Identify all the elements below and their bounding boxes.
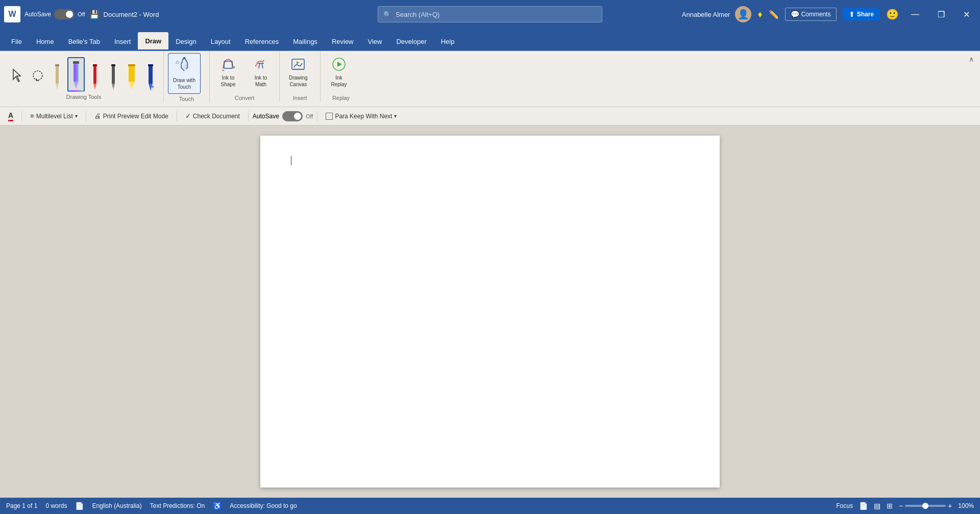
svg-rect-17 [129, 65, 135, 82]
svg-point-23 [183, 57, 185, 59]
maximize-button[interactable]: ❐ [932, 0, 951, 29]
close-button[interactable]: ✕ [957, 0, 976, 29]
svg-rect-19 [128, 64, 135, 66]
zoom-level[interactable]: 100% [958, 502, 974, 509]
share-label: Share [857, 11, 874, 18]
font-color-button[interactable]: A [4, 110, 17, 123]
status-bar: Page 1 of 1 0 words 📄 English (Australia… [0, 498, 980, 514]
svg-rect-6 [55, 64, 59, 66]
text-predictions: Text Predictions: On [150, 502, 205, 509]
multilevel-list-button[interactable]: ≡ Multilevel List ▾ [26, 111, 82, 121]
para-keep-button[interactable]: Para Keep With Next ▾ [322, 111, 401, 121]
svg-marker-32 [337, 62, 342, 67]
zoom-track[interactable] [905, 505, 946, 507]
view-mode-icon3[interactable]: ⊞ [887, 502, 893, 510]
avatar[interactable]: 👤 [735, 6, 751, 22]
ribbon-collapse-button[interactable]: ∧ [967, 53, 976, 65]
view-mode-icon1[interactable]: 📄 [859, 502, 868, 510]
drawing-canvas-button[interactable]: DrawingCanvas [284, 53, 313, 93]
view-mode-icon2[interactable]: ▤ [874, 502, 880, 510]
autosave-toggle[interactable] [54, 9, 75, 19]
ribbon-replay-section: InkReplay Replay [321, 51, 361, 102]
document-area[interactable] [0, 125, 980, 498]
svg-marker-5 [56, 84, 59, 90]
arrow-cursor-icon [12, 68, 22, 83]
convert-label: Convert [214, 95, 275, 103]
svg-point-1 [33, 71, 42, 80]
document-page[interactable] [260, 136, 720, 487]
check-document-button[interactable]: ✓ Check Document [181, 111, 244, 121]
ink-replay-button[interactable]: InkReplay [325, 53, 353, 93]
para-keep-label: Para Keep With Next [335, 113, 392, 120]
touch-label: Touch [168, 96, 205, 104]
ink-to-math-button[interactable]: Ink toMath [247, 53, 275, 93]
premium-icon[interactable]: ♦ [757, 9, 762, 20]
zoom-plus[interactable]: + [948, 502, 952, 510]
pen1-button[interactable] [49, 59, 65, 92]
draw-with-touch-label: Draw withTouch [173, 77, 195, 90]
toolbar2: A ≡ Multilevel List ▾ 🖨 Print Preview Ed… [0, 107, 980, 125]
pen2-icon [72, 61, 80, 90]
pen5-button[interactable] [124, 59, 140, 92]
autosave-row: AutoSave Off [253, 111, 313, 121]
text-cursor [291, 156, 291, 165]
touch-icon [175, 57, 193, 75]
multilevel-list-icon: ≡ [30, 112, 34, 120]
comments-label: Comments [801, 11, 831, 18]
print-preview-icon: 🖨 [94, 112, 101, 120]
menu-draw[interactable]: Draw [138, 32, 168, 50]
ribbon: ✦ Drawing Tools [0, 51, 980, 107]
document-title: Document2 - Word [104, 11, 159, 18]
print-preview-button[interactable]: 🖨 Print Preview Edit Mode [90, 111, 173, 121]
pen4-button[interactable] [105, 59, 121, 92]
ink-to-shape-button[interactable]: Ink toShape [214, 53, 242, 93]
menu-belles-tab[interactable]: Belle's Tab [61, 32, 107, 50]
menu-references[interactable]: References [238, 32, 286, 50]
pen3-button[interactable] [87, 59, 103, 92]
ink-replay-label: InkReplay [331, 74, 347, 88]
share-button[interactable]: ⬆ Share [843, 8, 880, 20]
autosave-toggle2[interactable] [282, 111, 303, 121]
menu-insert[interactable]: Insert [107, 32, 138, 50]
pen6-button[interactable]: ✦ [142, 59, 159, 92]
focus-button[interactable]: Focus [836, 502, 853, 509]
zoom-minus[interactable]: − [899, 502, 903, 510]
menu-review[interactable]: Review [325, 32, 361, 50]
status-icon: 📄 [75, 502, 84, 510]
menu-developer[interactable]: Developer [389, 32, 433, 50]
emoji-button[interactable]: 🙂 [886, 8, 899, 20]
menu-mailings[interactable]: Mailings [286, 32, 325, 50]
check-document-label: Check Document [193, 113, 240, 120]
menu-home[interactable]: Home [29, 32, 61, 50]
zoom-slider: − + [899, 502, 952, 510]
menu-bar: File Home Belle's Tab Insert Draw Design… [0, 29, 980, 51]
page-info: Page 1 of 1 [6, 502, 37, 509]
menu-view[interactable]: View [361, 32, 389, 50]
svg-rect-28 [292, 59, 304, 69]
svg-rect-16 [111, 64, 115, 66]
multilevel-list-label: Multilevel List [36, 113, 73, 120]
pen-icon[interactable]: ✏️ [769, 10, 779, 19]
svg-rect-9 [73, 61, 79, 64]
pen2-button[interactable] [67, 57, 85, 92]
autosave-state2: Off [306, 113, 313, 119]
user-name: Annabelle Almer [682, 11, 730, 18]
lasso-tool-button[interactable] [29, 59, 47, 92]
menu-design[interactable]: Design [168, 32, 203, 50]
drawing-canvas-icon [290, 56, 306, 72]
font-color-icon: A [8, 111, 13, 121]
save-button[interactable]: 💾 [89, 10, 100, 19]
svg-rect-14 [112, 65, 115, 84]
svg-rect-11 [93, 65, 96, 84]
search-bar[interactable]: 🔍 Search (Alt+Q) [378, 6, 602, 22]
svg-rect-4 [56, 65, 59, 84]
comments-button[interactable]: 💬 Comments [785, 8, 837, 21]
drawing-tools-label: Drawing Tools [8, 94, 159, 102]
menu-file[interactable]: File [4, 32, 29, 50]
select-tool-button[interactable] [8, 59, 27, 92]
minimize-button[interactable]: — [905, 0, 925, 29]
lasso-icon [32, 69, 44, 82]
menu-help[interactable]: Help [434, 32, 462, 50]
draw-with-touch-button[interactable]: Draw withTouch [168, 53, 201, 94]
menu-layout[interactable]: Layout [204, 32, 238, 50]
